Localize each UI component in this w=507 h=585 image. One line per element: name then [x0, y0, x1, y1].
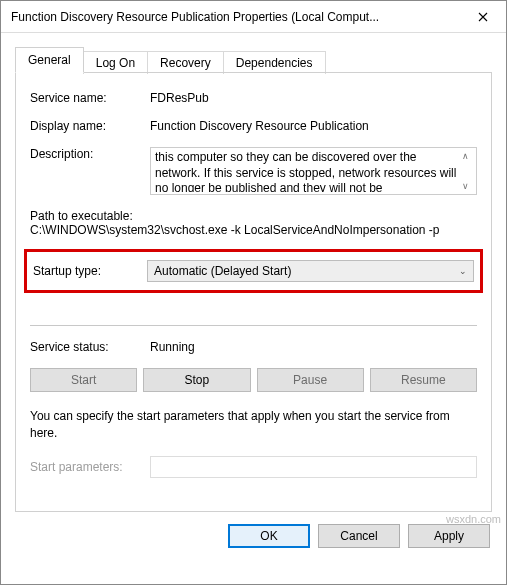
- startup-type-label: Startup type:: [33, 264, 147, 278]
- start-params-note: You can specify the start parameters tha…: [30, 408, 477, 442]
- path-label: Path to executable:: [30, 209, 477, 223]
- separator: [30, 325, 477, 326]
- path-value: C:\WINDOWS\system32\svchost.exe -k Local…: [30, 223, 477, 237]
- dialog-body: General Log On Recovery Dependencies Ser…: [1, 33, 506, 512]
- chevron-down-icon: ⌄: [459, 266, 467, 276]
- display-name-value: Function Discovery Resource Publication: [150, 119, 477, 133]
- service-name-value: FDResPub: [150, 91, 477, 105]
- tab-general[interactable]: General: [15, 47, 84, 73]
- pause-button: Pause: [257, 368, 364, 392]
- stop-button[interactable]: Stop: [143, 368, 250, 392]
- scroll-down-icon: ∨: [462, 181, 469, 191]
- close-button[interactable]: [460, 1, 506, 33]
- startup-type-value: Automatic (Delayed Start): [154, 264, 291, 278]
- description-scrollbar[interactable]: ∧ ∨: [458, 150, 472, 192]
- startup-type-dropdown[interactable]: Automatic (Delayed Start) ⌄: [147, 260, 474, 282]
- service-status-value: Running: [150, 340, 477, 354]
- tab-strip: General Log On Recovery Dependencies: [15, 47, 492, 73]
- scroll-up-icon: ∧: [462, 151, 469, 161]
- cancel-button[interactable]: Cancel: [318, 524, 400, 548]
- window-title: Function Discovery Resource Publication …: [11, 10, 460, 24]
- display-name-label: Display name:: [30, 119, 150, 133]
- tab-recovery[interactable]: Recovery: [147, 51, 224, 74]
- apply-button[interactable]: Apply: [408, 524, 490, 548]
- start-button: Start: [30, 368, 137, 392]
- tab-content-general: Service name: FDResPub Display name: Fun…: [15, 72, 492, 512]
- start-params-label: Start parameters:: [30, 460, 150, 474]
- resume-button: Resume: [370, 368, 477, 392]
- service-status-label: Service status:: [30, 340, 150, 354]
- service-name-label: Service name:: [30, 91, 150, 105]
- tab-dependencies[interactable]: Dependencies: [223, 51, 326, 74]
- start-params-input: [150, 456, 477, 478]
- startup-type-row: Startup type: Automatic (Delayed Start) …: [24, 249, 483, 293]
- description-box: this computer so they can be discovered …: [150, 147, 477, 195]
- description-label: Description:: [30, 147, 150, 161]
- tab-logon[interactable]: Log On: [83, 51, 148, 74]
- dialog-buttons: OK Cancel Apply: [1, 512, 506, 562]
- description-text: this computer so they can be discovered …: [155, 150, 458, 192]
- ok-button[interactable]: OK: [228, 524, 310, 548]
- close-icon: [478, 12, 488, 22]
- titlebar: Function Discovery Resource Publication …: [1, 1, 506, 33]
